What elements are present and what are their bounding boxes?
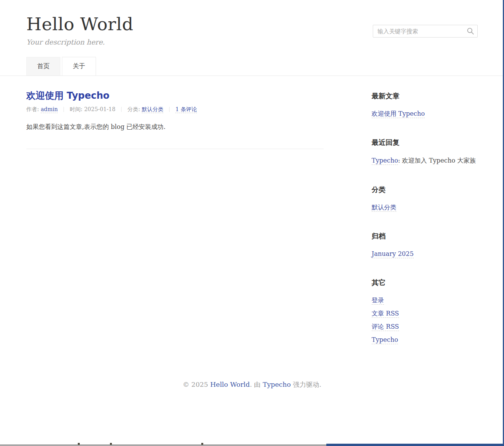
date-label: 时间: bbox=[70, 106, 84, 112]
nav-item-home[interactable]: 首页 bbox=[26, 57, 60, 75]
widget-title: 归档 bbox=[372, 232, 478, 241]
post: 欢迎使用 Typecho 作者: admin时间: 2025-01-18分类: … bbox=[26, 76, 324, 132]
blog-page: Hello World Your description here. 首页 关于… bbox=[0, 0, 504, 446]
comments-link[interactable]: 1 条评论 bbox=[175, 106, 197, 113]
list-item: 文章 RSS bbox=[372, 310, 478, 317]
meta-divider bbox=[169, 107, 170, 112]
list-item: 评论 RSS bbox=[372, 323, 478, 331]
typecho-link[interactable]: Typecho bbox=[372, 336, 398, 344]
taskbar-speck bbox=[201, 443, 203, 445]
commenter-link[interactable]: Typecho bbox=[372, 157, 398, 165]
site-header: Hello World Your description here. 首页 关于 bbox=[0, 0, 504, 76]
footer-engine-link[interactable]: Typecho bbox=[263, 381, 291, 388]
window-edge-bottom bbox=[326, 444, 504, 446]
taskbar-speck bbox=[78, 443, 80, 445]
meta-divider bbox=[121, 107, 122, 112]
widget-categories: 分类 默认分类 bbox=[372, 185, 478, 211]
footer-site-link[interactable]: Hello World bbox=[210, 381, 250, 388]
list-item: 登录 bbox=[372, 297, 478, 304]
list-item: Typecho bbox=[372, 336, 478, 344]
widget-recent-comments: 最近回复 Typecho: 欢迎加入 Typecho 大家族 bbox=[372, 138, 478, 165]
sidebar: 最新文章 欢迎使用 Typecho 最近回复 Typecho: 欢迎加入 Typ… bbox=[372, 76, 478, 364]
author-label: 作者: bbox=[26, 106, 41, 112]
list-item: 欢迎使用 Typecho bbox=[372, 110, 478, 118]
footer: © 2025 Hello World. 由 Typecho 强力驱动. bbox=[26, 364, 478, 389]
search-input[interactable] bbox=[373, 25, 478, 38]
post-list: 欢迎使用 Typecho 作者: admin时间: 2025-01-18分类: … bbox=[26, 76, 324, 149]
list-item: January 2025 bbox=[372, 250, 478, 258]
search-icon[interactable] bbox=[467, 27, 474, 35]
widget-title: 分类 bbox=[372, 185, 478, 194]
comment-rss-link[interactable]: 评论 RSS bbox=[372, 323, 399, 331]
post-title-link[interactable]: 欢迎使用 Typecho bbox=[26, 90, 110, 101]
taskbar-speck bbox=[110, 443, 112, 445]
post-date: 2025-01-18 bbox=[84, 106, 115, 112]
list-item: 默认分类 bbox=[372, 204, 478, 211]
nav-item-about[interactable]: 关于 bbox=[62, 57, 96, 75]
post-divider bbox=[26, 149, 324, 149]
widget-title: 最近回复 bbox=[372, 138, 478, 147]
taskbar-edge bbox=[0, 444, 326, 446]
author-link[interactable]: admin bbox=[41, 106, 58, 113]
widget-title: 其它 bbox=[372, 278, 478, 287]
category-sidebar-link[interactable]: 默认分类 bbox=[372, 204, 396, 212]
login-link[interactable]: 登录 bbox=[372, 297, 384, 305]
comment-excerpt: : 欢迎加入 Typecho 大家族 bbox=[398, 157, 476, 164]
category-link[interactable]: 默认分类 bbox=[142, 106, 163, 113]
recent-post-link[interactable]: 欢迎使用 Typecho bbox=[372, 110, 425, 118]
footer-middle-text: . 由 bbox=[250, 381, 262, 388]
widget-archives: 归档 January 2025 bbox=[372, 232, 478, 258]
widget-misc: 其它 登录 文章 RSS 评论 RSS Typecho bbox=[372, 278, 478, 344]
widget-title: 最新文章 bbox=[372, 91, 478, 101]
archive-link[interactable]: January 2025 bbox=[372, 250, 414, 258]
category-label: 分类: bbox=[127, 106, 142, 112]
footer-suffix-text: 强力驱动. bbox=[291, 381, 321, 388]
main-nav: 首页 关于 bbox=[26, 57, 478, 75]
site-description: Your description here. bbox=[26, 38, 478, 46]
post-rss-link[interactable]: 文章 RSS bbox=[372, 310, 399, 318]
meta-divider bbox=[63, 107, 64, 112]
post-body: 如果您看到这篇文章,表示您的 blog 已经安装成功. bbox=[26, 122, 324, 132]
search-box bbox=[373, 25, 478, 38]
widget-recent-posts: 最新文章 欢迎使用 Typecho bbox=[372, 91, 478, 118]
copyright-text: © 2025 bbox=[183, 381, 210, 388]
post-meta: 作者: admin时间: 2025-01-18分类: 默认分类1 条评论 bbox=[26, 106, 324, 113]
recent-comment: Typecho: 欢迎加入 Typecho 大家族 bbox=[372, 156, 478, 165]
